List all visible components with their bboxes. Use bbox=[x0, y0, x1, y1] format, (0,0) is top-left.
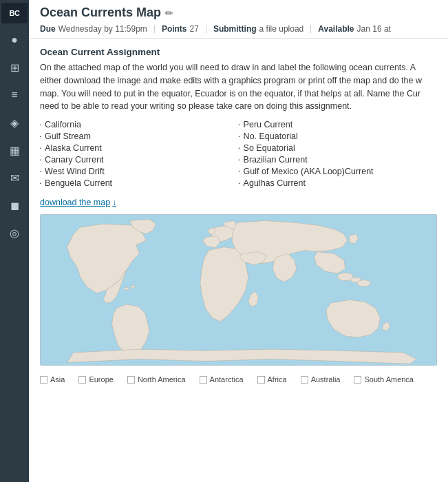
current-name: West Wind Drift bbox=[45, 167, 105, 176]
continent-item[interactable]: Africa bbox=[257, 375, 287, 384]
currents-left-column: •California•Gulf Stream•Alaska Current•C… bbox=[40, 120, 239, 190]
continent-checkbox[interactable] bbox=[127, 376, 135, 384]
continent-checkbox[interactable] bbox=[40, 376, 47, 384]
continent-item[interactable]: Australia bbox=[301, 375, 341, 384]
current-name: Canary Current bbox=[45, 155, 103, 165]
list-item: •Benguela Current bbox=[40, 178, 239, 188]
available-label: Available bbox=[318, 24, 354, 34]
sidebar-item-groups[interactable]: ◈ bbox=[1, 109, 28, 136]
current-name: Brazilian Current bbox=[244, 155, 308, 165]
due-value: Wednesday by 11:59pm bbox=[58, 24, 147, 34]
sidebar-item-profile[interactable]: ● bbox=[1, 27, 28, 53]
edit-icon[interactable]: ✏ bbox=[165, 8, 173, 19]
left-currents-list: •California•Gulf Stream•Alaska Current•C… bbox=[40, 120, 239, 188]
download-map-text: download the map bbox=[40, 198, 110, 207]
list-item: •West Wind Drift bbox=[40, 167, 239, 176]
continent-checkbox[interactable] bbox=[78, 376, 86, 384]
current-name: Gulf of Mexico (AKA Loop)Current bbox=[244, 167, 374, 176]
continent-item[interactable]: Antarctica bbox=[200, 375, 244, 384]
sidebar-item-dashboard[interactable]: ⊞ bbox=[1, 54, 28, 81]
list-item: •California bbox=[40, 120, 239, 129]
svg-point-5 bbox=[131, 285, 135, 288]
assignment-body: Ocean Current Assignment On the attached… bbox=[29, 39, 448, 395]
continent-label: Australia bbox=[311, 375, 341, 384]
continent-label: North America bbox=[138, 375, 186, 384]
list-item: •Peru Current bbox=[239, 120, 438, 129]
continent-checkbox[interactable] bbox=[200, 376, 207, 384]
page-title: Ocean Currents Map bbox=[40, 6, 161, 20]
download-icon: ↓ bbox=[112, 198, 116, 207]
bullet-icon: • bbox=[40, 146, 41, 150]
bullet-icon: • bbox=[239, 134, 240, 138]
assignment-description: On the attached map of the world you wil… bbox=[40, 61, 437, 113]
submitting-value: a file upload bbox=[259, 24, 304, 34]
current-name: No. Equatorial bbox=[244, 132, 298, 141]
assignment-title: Ocean Current Assignment bbox=[40, 47, 437, 57]
bullet-icon: • bbox=[40, 181, 41, 185]
bullet-icon: • bbox=[239, 158, 240, 162]
svg-point-3 bbox=[357, 280, 370, 287]
sidebar: BC ● ⊞ ≡ ◈ ▦ ✉ ◼ ◎ bbox=[0, 0, 29, 482]
page-header: Ocean Currents Map ✏ Due Wednesday by 11… bbox=[29, 0, 448, 39]
submitting-label: Submitting bbox=[213, 24, 257, 34]
points-label: Points bbox=[162, 24, 187, 34]
continent-checkboxes: AsiaEuropeNorth AmericaAntarcticaAfricaA… bbox=[40, 373, 437, 386]
right-currents-list: •Peru Current•No. Equatorial•So Equatori… bbox=[239, 120, 438, 188]
current-name: So Equatorial bbox=[244, 143, 295, 153]
continent-item[interactable]: South America bbox=[354, 375, 414, 384]
sidebar-item-calendar[interactable]: ▦ bbox=[1, 137, 28, 163]
points-value: 27 bbox=[190, 24, 199, 34]
current-name: Benguela Current bbox=[45, 178, 112, 188]
continent-label: Africa bbox=[268, 375, 287, 384]
list-item: •No. Equatorial bbox=[239, 132, 438, 141]
world-map bbox=[40, 214, 437, 366]
list-item: •Alaska Current bbox=[40, 143, 239, 153]
current-name: Alaska Current bbox=[45, 143, 102, 153]
sidebar-logo: BC bbox=[1, 3, 28, 23]
sidebar-item-courses[interactable]: ≡ bbox=[1, 82, 28, 108]
continent-checkbox[interactable] bbox=[354, 376, 361, 384]
download-map-link[interactable]: download the map ↓ bbox=[40, 198, 116, 207]
currents-lists: •California•Gulf Stream•Alaska Current•C… bbox=[40, 120, 437, 190]
svg-point-4 bbox=[124, 287, 129, 290]
main-content: Ocean Currents Map ✏ Due Wednesday by 11… bbox=[29, 0, 448, 482]
currents-right-column: •Peru Current•No. Equatorial•So Equatori… bbox=[239, 120, 438, 190]
continent-item[interactable]: Europe bbox=[78, 375, 113, 384]
bullet-icon: • bbox=[40, 169, 41, 174]
continent-label: Antarctica bbox=[210, 375, 244, 384]
bullet-icon: • bbox=[239, 169, 240, 174]
bullet-icon: • bbox=[239, 123, 240, 127]
list-item: •Agulhas Current bbox=[239, 178, 438, 188]
continent-item[interactable]: North America bbox=[127, 375, 186, 384]
sidebar-item-aid[interactable]: ◼ bbox=[1, 192, 28, 218]
bullet-icon: • bbox=[40, 134, 41, 138]
current-name: Gulf Stream bbox=[45, 132, 91, 141]
list-item: •Gulf Stream bbox=[40, 132, 239, 141]
continent-label: Europe bbox=[89, 375, 113, 384]
list-item: •So Equatorial bbox=[239, 143, 438, 153]
due-label: Due bbox=[40, 24, 56, 34]
continent-checkbox[interactable] bbox=[301, 376, 308, 384]
bullet-icon: • bbox=[40, 123, 41, 127]
available-value: Jan 16 at bbox=[357, 24, 391, 34]
current-name: Agulhas Current bbox=[244, 178, 306, 188]
continent-checkbox[interactable] bbox=[257, 376, 265, 384]
continent-label: Asia bbox=[50, 375, 65, 384]
list-item: •Brazilian Current bbox=[239, 155, 438, 165]
bullet-icon: • bbox=[239, 146, 240, 150]
continent-label: South America bbox=[364, 375, 414, 384]
list-item: •Gulf of Mexico (AKA Loop)Current bbox=[239, 167, 438, 176]
continent-item[interactable]: Asia bbox=[40, 375, 65, 384]
current-name: California bbox=[45, 120, 81, 129]
bullet-icon: • bbox=[40, 158, 41, 162]
assignment-meta: Due Wednesday by 11:59pm Points 27 Submi… bbox=[40, 24, 437, 34]
list-item: •Canary Current bbox=[40, 155, 239, 165]
sidebar-item-inbox[interactable]: ✉ bbox=[1, 165, 28, 191]
sidebar-item-chat[interactable]: ◎ bbox=[1, 220, 28, 246]
current-name: Peru Current bbox=[244, 120, 293, 129]
bullet-icon: • bbox=[239, 181, 240, 185]
